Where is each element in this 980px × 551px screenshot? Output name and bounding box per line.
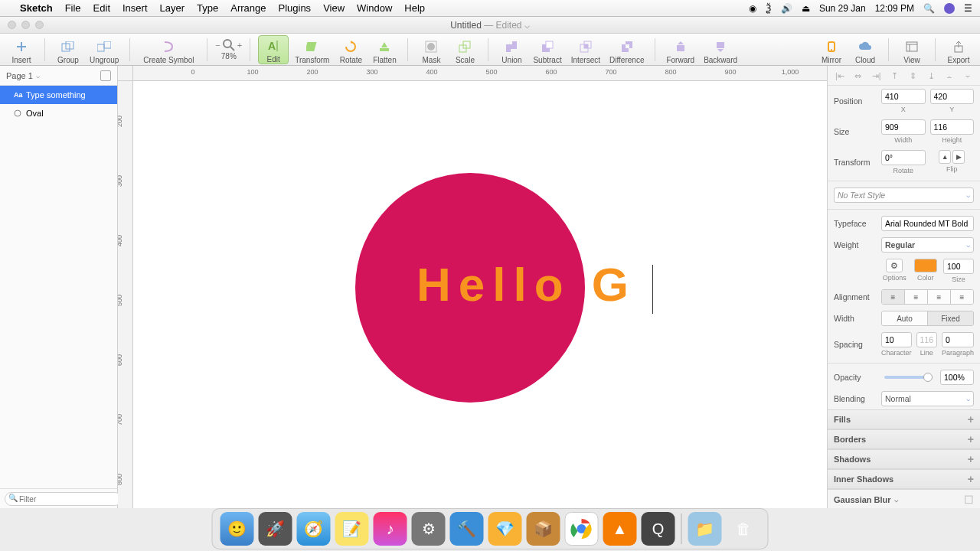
zoom-window-button[interactable] — [35, 21, 44, 29]
menu-type[interactable]: Type — [197, 2, 218, 14]
ruler-horizontal[interactable]: 0 100 200 300 400 500 600 700 800 900 1,… — [133, 66, 827, 81]
subtract-button[interactable]: Subtract — [530, 35, 564, 64]
plus-icon[interactable]: + — [968, 413, 974, 425]
borders-section[interactable]: Borders+ — [828, 429, 980, 449]
backward-button[interactable]: Backward — [701, 35, 740, 64]
char-spacing-input[interactable] — [881, 332, 912, 347]
notifications-icon[interactable]: ☰ — [964, 3, 972, 14]
intersect-button[interactable]: Intersect — [568, 35, 603, 64]
plus-icon[interactable]: + — [968, 433, 974, 445]
line-spacing-input[interactable] — [916, 332, 937, 347]
flatten-button[interactable]: Flatten — [369, 35, 400, 64]
dock-preferences-icon[interactable]: ⚙ — [412, 512, 446, 546]
transform-button[interactable]: Transform — [292, 35, 332, 64]
zoom-in-icon[interactable]: + — [237, 41, 242, 50]
dock-finder-icon[interactable]: 🙂 — [220, 512, 254, 546]
distribute-v-icon[interactable]: ⫟ — [961, 70, 975, 82]
align-top-icon[interactable]: ⤒ — [888, 70, 902, 82]
ungroup-button[interactable]: Ungroup — [87, 35, 122, 64]
layer-filter-input[interactable] — [5, 492, 122, 506]
menu-file[interactable]: File — [65, 2, 81, 14]
distribute-h-icon[interactable]: ⫠ — [942, 70, 956, 82]
blur-checkbox[interactable]: ☐ — [964, 494, 974, 506]
shadows-section[interactable]: Shadows+ — [828, 449, 980, 469]
menu-help[interactable]: Help — [404, 2, 425, 14]
inner-shadows-section[interactable]: Inner Shadows+ — [828, 469, 980, 489]
difference-button[interactable]: Difference — [606, 35, 647, 64]
layer-row-text[interactable]: Aa Type something — [0, 86, 117, 104]
layer-row-oval[interactable]: Oval — [0, 104, 117, 122]
close-window-button[interactable] — [8, 21, 16, 29]
align-text-right[interactable]: ≡ — [927, 290, 950, 304]
union-button[interactable]: Union — [496, 35, 527, 64]
dock-xcode-icon[interactable]: 🔨 — [450, 512, 484, 546]
menubar-time[interactable]: 12:09 PM — [875, 3, 914, 14]
status-icon[interactable]: Ѯ — [766, 3, 772, 14]
canvas-text-layer[interactable]: Hello G — [416, 257, 636, 311]
insert-button[interactable]: Insert — [6, 35, 37, 64]
forward-button[interactable]: Forward — [663, 35, 697, 64]
title-chevron-icon[interactable]: ⌵ — [524, 20, 530, 31]
dock-trash-icon[interactable]: 🗑 — [727, 512, 760, 546]
align-left-icon[interactable]: |⇤ — [833, 70, 847, 82]
fills-section[interactable]: Fills+ — [828, 409, 980, 429]
align-bottom-icon[interactable]: ⤓ — [924, 70, 938, 82]
dock-sketch-icon[interactable]: 💎 — [488, 512, 522, 546]
pos-x-input[interactable] — [881, 89, 926, 104]
menu-insert[interactable]: Insert — [122, 2, 148, 14]
artboard-icon[interactable] — [100, 70, 111, 81]
canvas[interactable]: Hello G — [133, 81, 827, 508]
dock-safari-icon[interactable]: 🧭 — [297, 512, 331, 546]
blur-section[interactable]: Gaussian Blur⌵☐ — [828, 489, 980, 508]
zoom-control[interactable]: − + 78% — [215, 38, 242, 60]
align-right-icon[interactable]: ⇥| — [870, 70, 884, 82]
edit-button[interactable]: A Edit — [258, 35, 289, 64]
weight-select[interactable]: Regular — [881, 237, 974, 253]
menu-edit[interactable]: Edit — [93, 2, 110, 14]
group-button[interactable]: Group — [53, 35, 83, 64]
dock-box-icon[interactable]: 📦 — [527, 512, 560, 546]
mask-button[interactable]: Mask — [416, 35, 446, 64]
eject-icon[interactable]: ⏏ — [802, 3, 810, 14]
flip-h-button[interactable]: ▲ — [939, 150, 951, 164]
align-middle-icon[interactable]: ⇕ — [906, 70, 920, 82]
menu-plugins[interactable]: Plugins — [278, 2, 311, 14]
app-menu[interactable]: Sketch — [20, 2, 53, 14]
align-center-h-icon[interactable]: ⇔ — [851, 70, 865, 82]
text-color-swatch[interactable] — [914, 259, 937, 272]
dock-quicktime-icon[interactable]: Q — [642, 512, 675, 546]
minimize-window-button[interactable] — [21, 21, 30, 29]
flip-v-button[interactable]: ▶ — [952, 150, 965, 164]
typeface-input[interactable] — [881, 216, 974, 231]
page-selector[interactable]: Page 1 ⌵ — [0, 66, 117, 86]
blending-select[interactable]: Normal — [881, 391, 974, 406]
align-text-center[interactable]: ≡ — [904, 290, 927, 304]
menu-view[interactable]: View — [323, 2, 345, 14]
width-fixed-button[interactable]: Fixed — [927, 311, 973, 325]
cloud-button[interactable]: Cloud — [850, 35, 880, 64]
dock-notes-icon[interactable]: 📝 — [335, 512, 369, 546]
height-input[interactable] — [930, 119, 975, 135]
export-button[interactable]: Export — [943, 35, 974, 64]
mirror-button[interactable]: Mirror — [816, 35, 847, 64]
record-icon[interactable]: ◉ — [749, 3, 756, 14]
dock-chrome-icon[interactable] — [565, 512, 599, 546]
user-icon[interactable] — [944, 3, 955, 14]
dock-downloads-icon[interactable]: 📁 — [688, 512, 722, 546]
create-symbol-button[interactable]: Create Symbol — [138, 35, 199, 64]
rotate-input[interactable] — [881, 150, 926, 165]
menu-window[interactable]: Window — [357, 2, 392, 14]
width-input[interactable] — [881, 119, 926, 135]
dock-itunes-icon[interactable]: ♪ — [374, 512, 407, 546]
plus-icon[interactable]: + — [968, 453, 974, 465]
menu-layer[interactable]: Layer — [160, 2, 185, 14]
dock-vlc-icon[interactable]: ▲ — [603, 512, 637, 546]
para-spacing-input[interactable] — [942, 332, 974, 347]
spotlight-icon[interactable]: 🔍 — [923, 3, 935, 14]
text-style-select[interactable]: No Text Style — [834, 187, 974, 203]
rotate-button[interactable]: Rotate — [335, 35, 366, 64]
width-auto-button[interactable]: Auto — [882, 311, 927, 325]
align-text-justify[interactable]: ≡ — [950, 290, 973, 304]
align-text-left[interactable]: ≡ — [882, 290, 904, 304]
volume-icon[interactable]: 🔊 — [781, 3, 792, 14]
